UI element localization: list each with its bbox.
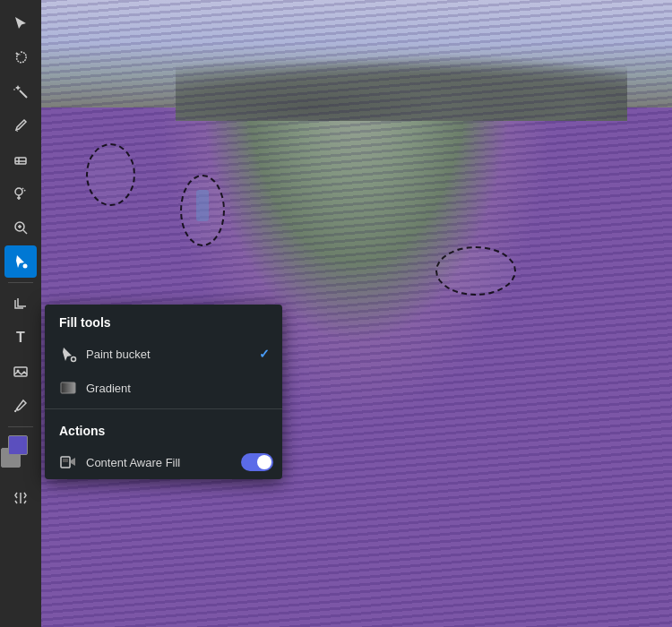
foreground-color[interactable] [8, 435, 28, 455]
svg-rect-14 [61, 382, 75, 393]
tool-lasso[interactable] [4, 41, 37, 73]
divider-1 [8, 282, 33, 283]
tool-brush[interactable] [4, 109, 37, 142]
svg-line-0 [20, 90, 27, 98]
selection-oval-1 [86, 143, 135, 206]
selection-oval-3 [435, 246, 516, 296]
tool-text[interactable]: T [4, 322, 37, 354]
tool-eraser[interactable] [4, 143, 37, 176]
menu-item-paint-bucket[interactable]: Paint bucket ✓ [45, 337, 282, 371]
tool-crop[interactable] [4, 288, 37, 320]
tool-eyedropper[interactable] [4, 390, 37, 422]
fill-tools-dropdown: Fill tools Paint bucket ✓ [45, 305, 282, 479]
main-container: T [0, 0, 672, 627]
paint-bucket-checkmark: ✓ [259, 347, 270, 361]
color-swatches [4, 435, 37, 469]
actions-section-title: Actions [45, 413, 282, 445]
menu-separator [45, 408, 282, 409]
svg-point-13 [72, 357, 76, 362]
divider-2 [8, 426, 33, 427]
content-aware-fill-label: Content Aware Fill [86, 456, 180, 469]
gradient-label: Gradient [86, 382, 131, 395]
fill-tools-section-title: Fill tools [45, 305, 282, 337]
tool-select[interactable] [4, 7, 37, 39]
tool-magic-wand[interactable] [4, 75, 37, 107]
tool-fill[interactable] [4, 245, 37, 278]
tool-transform[interactable] [4, 482, 37, 514]
tool-stamp[interactable] [4, 177, 37, 210]
menu-item-content-aware-fill[interactable]: Content Aware Fill [45, 445, 282, 479]
svg-point-4 [15, 188, 22, 195]
content-aware-fill-icon [59, 453, 77, 471]
content-aware-fill-toggle[interactable] [241, 453, 273, 471]
paint-bucket-icon [59, 345, 77, 363]
tool-zoom[interactable] [4, 211, 37, 244]
gradient-icon [59, 379, 77, 397]
paint-bucket-label: Paint bucket [86, 348, 151, 361]
menu-item-gradient[interactable]: Gradient [45, 371, 282, 405]
svg-point-12 [14, 410, 16, 412]
svg-line-2 [16, 87, 17, 88]
tool-image[interactable] [4, 356, 37, 388]
svg-rect-16 [63, 459, 68, 462]
toggle-knob [257, 455, 271, 469]
svg-line-6 [23, 230, 27, 234]
toolbar: T [0, 0, 41, 627]
selection-oval-2 [180, 175, 225, 246]
svg-point-9 [23, 264, 28, 269]
